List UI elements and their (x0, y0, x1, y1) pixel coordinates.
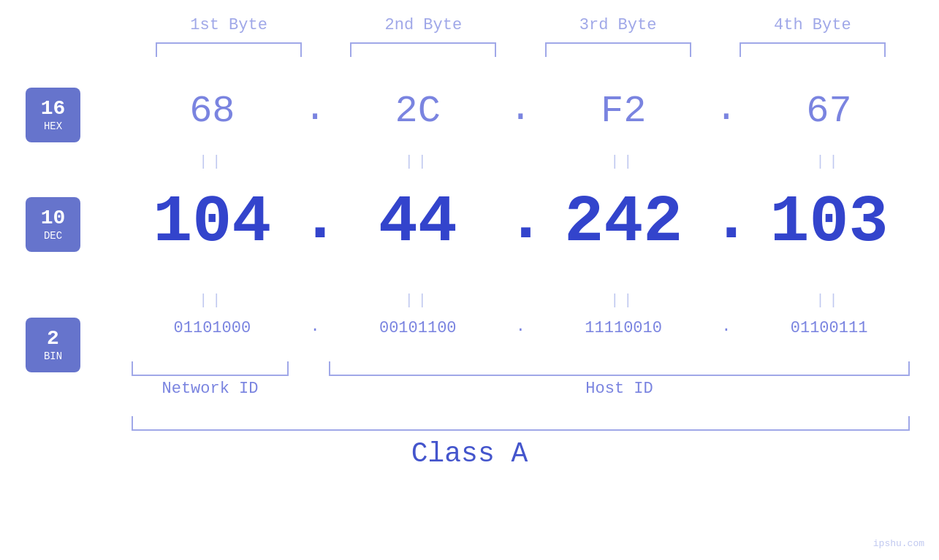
byte-header-1: 1st Byte (156, 16, 302, 34)
top-bracket-4 (740, 42, 886, 57)
watermark: ipshu.com (873, 538, 924, 549)
dec-value-2: 44 (345, 190, 491, 256)
dec-dot-2: . (506, 183, 535, 263)
hex-badge: 16 HEX (26, 88, 80, 142)
byte-header-3: 3rd Byte (545, 16, 691, 34)
hex-value-3: F2 (550, 90, 696, 133)
equals-1-2: || (345, 153, 491, 170)
bin-badge: 2 BIN (26, 318, 80, 372)
equals-2-3: || (550, 292, 696, 309)
hex-badge-num: 16 (41, 98, 66, 120)
bin-value-2: 00101100 (345, 319, 491, 337)
dec-badge-label: DEC (44, 230, 62, 242)
hex-dot-1: . (300, 88, 330, 134)
equals-1-3: || (550, 153, 696, 170)
bin-value-4: 01100111 (756, 319, 902, 337)
hex-value-1: 68 (139, 90, 285, 133)
dec-value-1: 104 (139, 190, 285, 256)
bin-dot-1: . (300, 318, 330, 338)
equals-2-4: || (756, 292, 902, 309)
hex-badge-label: HEX (44, 120, 62, 132)
class-label: Class A (0, 438, 939, 469)
network-id-label: Network ID (132, 380, 289, 398)
dec-badge: 10 DEC (26, 197, 80, 252)
bin-dot-2: . (506, 318, 535, 338)
dec-value-4: 103 (756, 190, 902, 256)
hex-value-4: 67 (756, 90, 902, 133)
equals-2-1: || (139, 292, 285, 309)
equals-1-1: || (139, 153, 285, 170)
hex-dot-2: . (506, 88, 535, 134)
top-bracket-1 (156, 42, 302, 57)
class-bracket (132, 416, 910, 431)
dec-badge-num: 10 (41, 207, 66, 230)
host-id-label: Host ID (329, 380, 910, 398)
equals-2-2: || (345, 292, 491, 309)
hex-dot-3: . (712, 88, 741, 134)
top-bracket-2 (350, 42, 496, 57)
bin-badge-label: BIN (44, 350, 62, 362)
dec-dot-1: . (300, 183, 330, 263)
dec-dot-3: . (712, 183, 741, 263)
top-bracket-3 (545, 42, 691, 57)
bin-value-1: 01101000 (139, 319, 285, 337)
hex-value-2: 2C (345, 90, 491, 133)
byte-header-4: 4th Byte (740, 16, 886, 34)
bin-dot-3: . (712, 318, 741, 338)
network-id-bracket (132, 361, 289, 376)
bin-badge-num: 2 (47, 328, 59, 350)
bin-value-3: 11110010 (550, 319, 696, 337)
host-id-bracket (329, 361, 910, 376)
dec-value-3: 242 (550, 190, 696, 256)
equals-1-4: || (756, 153, 902, 170)
byte-header-2: 2nd Byte (350, 16, 496, 34)
